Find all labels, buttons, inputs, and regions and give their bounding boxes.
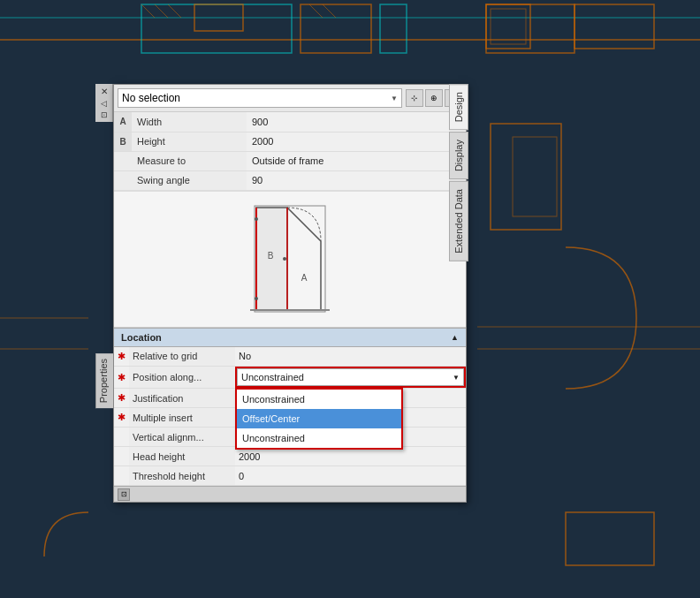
properties-table: A Width 900 B Height 2000 Measure to Out…	[114, 112, 466, 191]
row-a-letter: A	[114, 112, 132, 132]
relative-to-grid-label: Relative to grid	[129, 347, 235, 367]
bottom-icon-bar: ⊡	[114, 486, 466, 502]
sidebar-pin-icon[interactable]: ◁	[100, 98, 108, 109]
svg-rect-14	[486, 4, 530, 49]
location-table: ✱ Relative to grid No ✱ Position along..…	[114, 347, 466, 487]
dropdown-item-unconstrained-2[interactable]: Unconstrained	[237, 428, 401, 448]
position-along-label: Position along...	[129, 367, 235, 389]
required-marker-2: ✱	[114, 367, 129, 389]
dropdown-expand-icon: ▼	[453, 374, 460, 382]
svg-rect-15	[491, 9, 526, 44]
selection-dropdown[interactable]: No selection ▼	[118, 88, 402, 108]
height-row: B Height 2000	[114, 132, 466, 151]
properties-sidebar-label: Properties	[95, 353, 113, 408]
no-marker-3	[114, 466, 129, 486]
measure-to-row: Measure to Outside of frame	[114, 151, 466, 170]
svg-rect-2	[141, 4, 292, 53]
relative-to-grid-value[interactable]: No	[235, 347, 466, 367]
position-dropdown-trigger[interactable]: Unconstrained ▼ Unconstrained Offset/Cen…	[235, 367, 466, 388]
select-cursor-icon[interactable]: ⊹	[406, 89, 423, 107]
dropdown-item-offset-center[interactable]: Offset/Center	[237, 409, 401, 428]
swing-angle-row: Swing angle 90	[114, 170, 466, 190]
threshold-height-value[interactable]: 0	[235, 466, 466, 486]
sidebar-close-icon[interactable]: ✕	[100, 86, 109, 97]
dropdown-arrow-icon: ▼	[391, 95, 398, 102]
swing-angle-value[interactable]: 90	[247, 170, 466, 190]
no-marker-1	[114, 428, 129, 447]
svg-point-33	[255, 297, 258, 300]
svg-rect-8	[513, 137, 557, 216]
multiple-insert-label: Multiple insert	[129, 408, 235, 428]
door-preview: B A	[114, 191, 466, 328]
properties-panel: No selection ▼ ⊹ ⊕ ⊖ A Width 900 B Heigh…	[113, 84, 467, 503]
left-sidebar: ✕ ◁ ⊡	[95, 84, 113, 122]
svg-rect-5	[380, 4, 407, 53]
selection-value: No selection	[122, 92, 180, 104]
vertical-align-label: Vertical alignm...	[129, 428, 235, 447]
justification-label: Justification	[129, 389, 235, 408]
position-dropdown[interactable]: Unconstrained ▼	[237, 368, 464, 386]
svg-line-19	[168, 4, 181, 18]
svg-line-17	[141, 4, 155, 18]
height-value[interactable]: 2000	[247, 132, 466, 151]
select-plus-icon[interactable]: ⊕	[425, 89, 443, 107]
width-row: A Width 900	[114, 112, 466, 132]
svg-point-32	[255, 217, 258, 221]
threshold-height-label: Threshold height	[129, 466, 235, 486]
selection-bar: No selection ▼ ⊹ ⊕ ⊖	[114, 85, 466, 112]
svg-rect-16	[574, 4, 654, 49]
head-height-label: Head height	[129, 447, 235, 466]
svg-text:A: A	[301, 273, 308, 283]
svg-rect-9	[566, 512, 654, 565]
svg-line-24	[287, 208, 321, 241]
relative-to-grid-row: ✱ Relative to grid No	[114, 347, 466, 367]
position-along-value-cell: Unconstrained ▼ Unconstrained Offset/Cen…	[235, 367, 466, 389]
no-marker-2	[114, 447, 129, 466]
required-marker-3: ✱	[114, 389, 129, 408]
swing-angle-label: Swing angle	[132, 170, 247, 190]
svg-point-34	[283, 257, 286, 261]
location-section-header[interactable]: Location ▲	[114, 328, 466, 347]
svg-line-21	[323, 4, 336, 18]
door-svg: B A	[237, 197, 343, 321]
measure-to-value[interactable]: Outside of frame	[247, 151, 466, 170]
measure-to-label: Measure to	[132, 151, 247, 170]
tab-design[interactable]: Design	[449, 84, 468, 130]
required-marker-4: ✱	[114, 408, 129, 428]
tab-display[interactable]: Display	[449, 132, 468, 179]
svg-line-20	[309, 4, 323, 18]
height-label: Height	[132, 132, 247, 151]
dropdown-item-unconstrained-1[interactable]: Unconstrained	[237, 390, 401, 409]
svg-text:B: B	[268, 251, 274, 261]
bottom-icon[interactable]: ⊡	[118, 488, 130, 501]
required-marker-1: ✱	[114, 347, 129, 367]
sidebar-extra-icon[interactable]: ⊡	[100, 110, 109, 120]
section-collapse-icon: ▲	[451, 333, 459, 342]
tab-extended-data[interactable]: Extended Data	[449, 181, 468, 261]
position-along-row: ✱ Position along... Unconstrained ▼ Unco…	[114, 367, 466, 389]
svg-rect-7	[491, 124, 561, 230]
svg-rect-4	[301, 4, 371, 53]
side-tabs-container: Design Display Extended Data	[449, 84, 468, 261]
position-current-value: Unconstrained	[241, 372, 304, 382]
dropdown-menu: Unconstrained Offset/Center Unconstraine…	[235, 388, 403, 450]
threshold-height-row: Threshold height 0	[114, 466, 466, 486]
width-label: Width	[132, 112, 247, 132]
width-value[interactable]: 900	[247, 112, 466, 132]
row-b-letter: B	[114, 132, 132, 151]
location-label: Location	[121, 332, 162, 343]
svg-line-18	[155, 4, 168, 18]
